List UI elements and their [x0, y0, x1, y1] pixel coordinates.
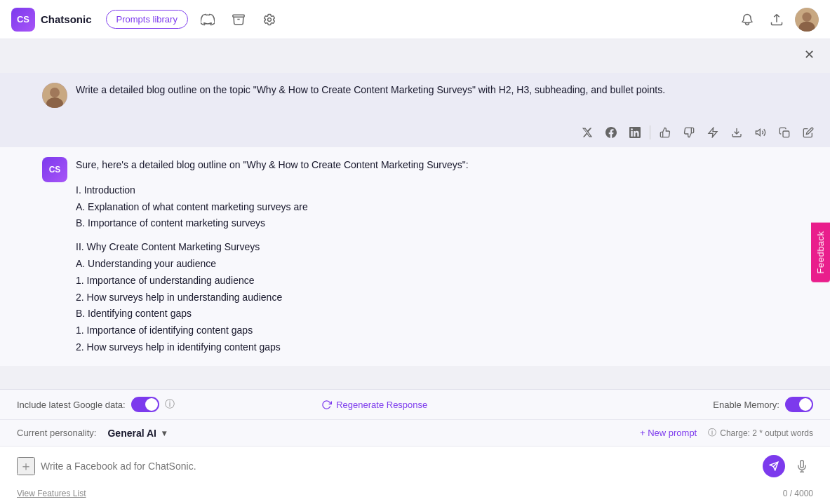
- like-button[interactable]: [655, 122, 676, 143]
- view-features-link[interactable]: View Features List: [17, 489, 86, 498]
- notification-settings-icon[interactable]: [736, 8, 758, 31]
- prompts-library-button[interactable]: Prompts library: [106, 10, 188, 29]
- microphone-button[interactable]: [791, 455, 813, 477]
- svg-point-4: [50, 88, 60, 97]
- user-avatar[interactable]: [795, 8, 819, 32]
- volume-button[interactable]: [750, 122, 771, 143]
- ai-outline: I. IntroductionA. Explanation of what co…: [76, 182, 774, 356]
- message-actions-bar: [0, 118, 830, 147]
- outline-line: I. Introduction: [76, 182, 774, 199]
- svg-rect-8: [783, 131, 789, 137]
- user-message: Write a detailed blog outline on the top…: [0, 73, 830, 118]
- close-bar: ✕: [0, 39, 830, 67]
- memory-toggle[interactable]: [785, 397, 813, 412]
- ai-intro: Sure, here's a detailed blog outline on …: [76, 157, 774, 174]
- user-message-text: Write a detailed blog outline on the top…: [76, 83, 774, 97]
- action-separator: [650, 125, 650, 139]
- logo-area: CS Chatsonic: [11, 8, 92, 32]
- share-twitter-button[interactable]: [577, 122, 598, 143]
- outline-line: A. Understanding your audience: [76, 256, 774, 273]
- regenerate-button[interactable]: Regenerate Response: [321, 400, 427, 410]
- bottom-area: Include latest Google data: ⓘ Regenerate…: [0, 389, 830, 504]
- input-row: ＋: [0, 447, 830, 486]
- edit-button[interactable]: [798, 122, 819, 143]
- personality-value: General AI: [107, 428, 156, 439]
- outline-line: B. Identifying content gaps: [76, 306, 774, 322]
- char-count: 0 / 4000: [783, 489, 813, 498]
- outline-line: 1. Importance of understanding audience: [76, 273, 774, 290]
- ai-message-content: Sure, here's a detailed blog outline on …: [76, 157, 774, 356]
- memory-label: Enable Memory:: [713, 400, 779, 410]
- outline-line: II. Why Create Content Marketing Surveys: [76, 239, 774, 256]
- logo-icon: CS: [11, 8, 35, 32]
- footer-bar: View Features List 0 / 4000: [0, 486, 830, 504]
- add-attachment-button[interactable]: ＋: [17, 457, 35, 475]
- google-toggle-area: Include latest Google data: ⓘ: [17, 397, 175, 412]
- outline-line: B. Importance of content marketing surve…: [76, 215, 774, 232]
- charge-info-icon: ⓘ: [708, 427, 716, 439]
- ai-message: CS Sure, here's a detailed blog outline …: [0, 147, 830, 366]
- chat-input[interactable]: [41, 461, 757, 472]
- share-facebook-button[interactable]: [601, 122, 622, 143]
- outline-line: 2. How surveys help in identifying conte…: [76, 339, 774, 356]
- chevron-down-icon: ▾: [162, 428, 166, 438]
- bottom-controls: Include latest Google data: ⓘ Regenerate…: [0, 390, 830, 420]
- close-button[interactable]: ✕: [799, 45, 819, 64]
- share-icon[interactable]: [765, 8, 788, 31]
- info-icon: ⓘ: [165, 398, 175, 411]
- google-toggle[interactable]: [131, 397, 159, 412]
- outline-line: 1. Importance of identifying content gap…: [76, 322, 774, 339]
- feedback-tab[interactable]: Feedback: [811, 222, 830, 282]
- download-button[interactable]: [726, 122, 747, 143]
- svg-marker-7: [756, 129, 760, 135]
- main-chat: Write a detailed blog outline on the top…: [0, 67, 830, 504]
- settings-icon[interactable]: [258, 8, 281, 31]
- send-button[interactable]: [763, 455, 785, 477]
- discord-icon[interactable]: [196, 8, 219, 31]
- personality-label: Current personality:: [17, 428, 96, 438]
- outline-line: 2. How surveys help in understanding aud…: [76, 290, 774, 306]
- personality-select[interactable]: General AI ▾: [107, 428, 166, 439]
- user-message-avatar: [42, 83, 67, 108]
- google-toggle-label: Include latest Google data:: [17, 400, 126, 410]
- dislike-button[interactable]: [678, 122, 700, 143]
- outline-line: A. Explanation of what content marketing…: [76, 199, 774, 216]
- charge-info: ⓘ Charge: 2 * output words: [708, 427, 813, 439]
- share-linkedin-button[interactable]: [624, 122, 645, 143]
- puzzle-icon[interactable]: [227, 8, 250, 31]
- bolt-button[interactable]: [702, 122, 723, 143]
- personality-bar: Current personality: General AI ▾ + New …: [0, 420, 830, 447]
- memory-toggle-area: Enable Memory:: [713, 397, 813, 412]
- new-prompt-button[interactable]: + New prompt: [640, 428, 697, 438]
- charge-info-text: Charge: 2 * output words: [720, 428, 813, 438]
- header-right: [736, 8, 819, 32]
- header: CS Chatsonic Prompts library: [0, 0, 830, 39]
- svg-point-1: [802, 12, 811, 21]
- copy-button[interactable]: [774, 122, 795, 143]
- ai-avatar: CS: [42, 157, 67, 182]
- logo-name: Chatsonic: [41, 13, 92, 25]
- chat-scroll: Write a detailed blog outline on the top…: [0, 67, 830, 389]
